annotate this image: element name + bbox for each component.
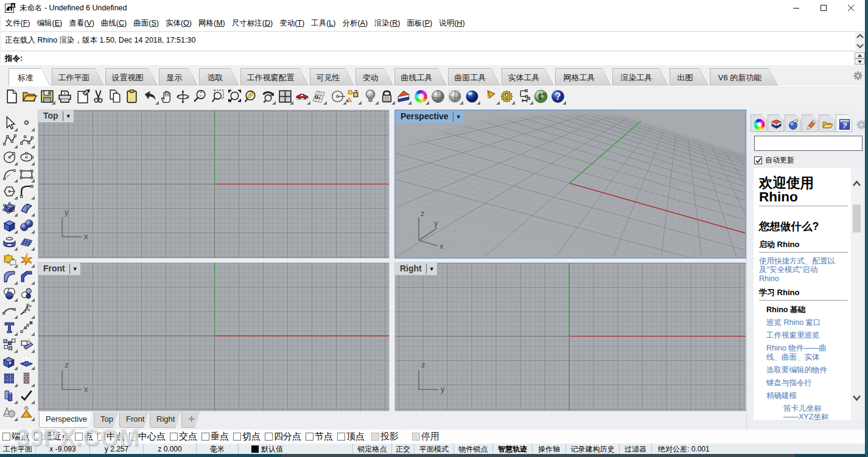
sidebar-blocks-icon[interactable]: [2, 337, 18, 354]
scroll-up-icon[interactable]: [851, 178, 863, 190]
sidebar-blend-arc2-icon[interactable]: [19, 303, 35, 319]
help-search-input[interactable]: [754, 136, 863, 151]
zoom-window-icon[interactable]: [209, 88, 226, 105]
viewport-title-dropdown-icon[interactable]: ▼: [453, 111, 464, 123]
scroll-down-icon[interactable]: [851, 392, 863, 404]
undo-icon[interactable]: [142, 88, 159, 105]
rotate-view-icon[interactable]: [175, 88, 192, 105]
status-units[interactable]: 毫米: [197, 444, 239, 455]
osnap-垂点[interactable]: 垂点: [201, 431, 229, 442]
maximize-button[interactable]: [810, 0, 838, 16]
panel-tab-properties[interactable]: [751, 114, 767, 132]
scroll-thumb[interactable]: [853, 204, 861, 232]
status-toggle-平面模式[interactable]: 平面模式: [415, 444, 454, 455]
toolbar-tab-变动[interactable]: 变动: [355, 68, 393, 86]
toolbar-tab-标准[interactable]: 标准: [9, 68, 51, 86]
sidebar-surface-icon[interactable]: [19, 201, 35, 217]
toolbar-tab-工作平面[interactable]: 工作平面: [52, 68, 104, 86]
zoom-selected-icon[interactable]: [242, 88, 259, 105]
menu-T[interactable]: 变动(T): [276, 16, 308, 32]
viewport-title-dropdown-icon[interactable]: ▼: [70, 263, 80, 275]
toolbar-tab-显示[interactable]: 显示: [159, 68, 198, 86]
pan-icon[interactable]: [158, 88, 175, 105]
menu-C[interactable]: 曲线(C): [97, 16, 130, 32]
toolbar-tab-渲染工具[interactable]: 渲染工具: [612, 68, 668, 86]
toolbar-tab-工作视窗配置[interactable]: 工作视窗配置: [240, 68, 309, 86]
osnap-顶点[interactable]: 顶点: [337, 431, 365, 442]
status-toggle-正交[interactable]: 正交: [392, 444, 415, 455]
sidebar-check-icon[interactable]: [19, 388, 35, 405]
osnap-checkbox[interactable]: [265, 433, 273, 441]
layer-wedge-icon[interactable]: [395, 88, 412, 105]
sidebar-curve-boolean-icon[interactable]: [2, 286, 18, 302]
viewport-top[interactable]: yxTop▼: [38, 110, 390, 259]
panel-tab-display[interactable]: [785, 114, 801, 132]
menu-A[interactable]: 分析(A): [339, 16, 371, 32]
help-link-start[interactable]: 使用快捷方式、配置以及"安全模式"启动Rhino: [759, 257, 838, 284]
status-toggle-过滤器[interactable]: 过滤器: [620, 444, 652, 455]
print-icon[interactable]: [57, 88, 74, 105]
osnap-checkbox[interactable]: [233, 433, 241, 441]
menu-E[interactable]: 编辑(E): [33, 16, 66, 32]
osnap-切点[interactable]: 切点: [233, 431, 261, 442]
toolbar-tab-曲面工具[interactable]: 曲面工具: [448, 68, 500, 86]
sidebar-array-linear-icon[interactable]: [19, 371, 35, 388]
move-car-icon[interactable]: [294, 88, 311, 105]
panel-tab-layers[interactable]: [768, 114, 784, 132]
sidebar-pyramid-hand-icon[interactable]: [19, 405, 35, 422]
cut-icon[interactable]: [90, 88, 107, 105]
rendered-sphere-icon[interactable]: [464, 88, 481, 105]
sidebar-text-icon[interactable]: [2, 320, 18, 337]
ghosted-sphere-icon[interactable]: [447, 88, 464, 105]
toolbar-tab-选取[interactable]: 选取: [199, 68, 239, 86]
viewport-right[interactable]: zyRight▼: [394, 262, 746, 411]
selection-filter-icon[interactable]: [345, 88, 362, 105]
menu-L[interactable]: 工具(L): [308, 16, 339, 32]
sidebar-boolean-box-icon[interactable]: [2, 354, 18, 371]
osnap-checkbox[interactable]: [2, 433, 10, 441]
sidebar-fillet-curve-icon[interactable]: [19, 184, 35, 200]
minimize-button[interactable]: [783, 0, 810, 16]
toolbar-tab-可见性[interactable]: 可见性: [310, 68, 354, 86]
help-scrollbar[interactable]: [851, 168, 863, 420]
menu-V[interactable]: 查看(V): [66, 16, 98, 32]
sidebar-mesh-plane-icon[interactable]: [19, 235, 35, 251]
sidebar-polyline-icon[interactable]: [2, 133, 18, 149]
toolbar-tab-网格工具[interactable]: 网格工具: [555, 68, 611, 86]
viewport-title-front[interactable]: Front▼: [38, 263, 80, 275]
sidebar-circles2-icon[interactable]: [19, 286, 35, 302]
sidebar-primitives-icon[interactable]: [2, 405, 18, 422]
viewport-tab-add[interactable]: ✛: [181, 412, 200, 428]
menu-D[interactable]: 尺寸标注(D): [228, 16, 276, 32]
sidebar-srf-points-icon[interactable]: [2, 201, 18, 217]
sidebar-make2d-icon[interactable]: [19, 337, 35, 354]
sidebar-move-points-icon[interactable]: [19, 320, 35, 337]
viewport-title-dropdown-icon[interactable]: ▼: [427, 263, 437, 275]
status-layer[interactable]: 默认值: [239, 444, 353, 455]
panel-tab-libraries[interactable]: [819, 114, 835, 132]
viewport-title-dropdown-icon[interactable]: ▼: [63, 110, 74, 122]
menu-O[interactable]: 实体(O): [162, 16, 195, 32]
sidebar-tube-icon[interactable]: [2, 235, 18, 251]
close-button[interactable]: [838, 0, 865, 16]
sidebar-circle-icon[interactable]: [2, 150, 18, 166]
sidebar-arc-icon[interactable]: [2, 167, 18, 183]
shaded-sphere-icon[interactable]: [430, 88, 447, 105]
spotlight-cone-icon[interactable]: [483, 88, 500, 105]
help-link-3[interactable]: 选取要编辑的物件: [766, 366, 838, 375]
help-link-5[interactable]: 精确建模: [766, 391, 838, 400]
sidebar-puzzle-icon[interactable]: [2, 252, 18, 268]
toolbar-tab-V6 的新功能[interactable]: V6 的新功能: [710, 68, 778, 86]
command-prompt[interactable]: 指令:: [1, 52, 855, 65]
sidebar-point-icon[interactable]: [19, 116, 35, 132]
paste-icon[interactable]: [124, 88, 141, 105]
status-toggle-智慧轨迹[interactable]: 智慧轨迹: [493, 444, 533, 455]
osnap-checkbox[interactable]: [201, 433, 209, 441]
spin-down-icon[interactable]: [855, 58, 865, 65]
viewport-perspective[interactable]: zyxPerspective▼: [394, 110, 746, 259]
sidebar-select-icon[interactable]: [2, 116, 18, 132]
gear-options-icon[interactable]: [499, 88, 516, 105]
status-toggle-锁定格点[interactable]: 锁定格点: [353, 444, 392, 455]
viewport-title-right[interactable]: Right▼: [395, 263, 437, 275]
viewport-layout-icon[interactable]: [277, 88, 294, 105]
